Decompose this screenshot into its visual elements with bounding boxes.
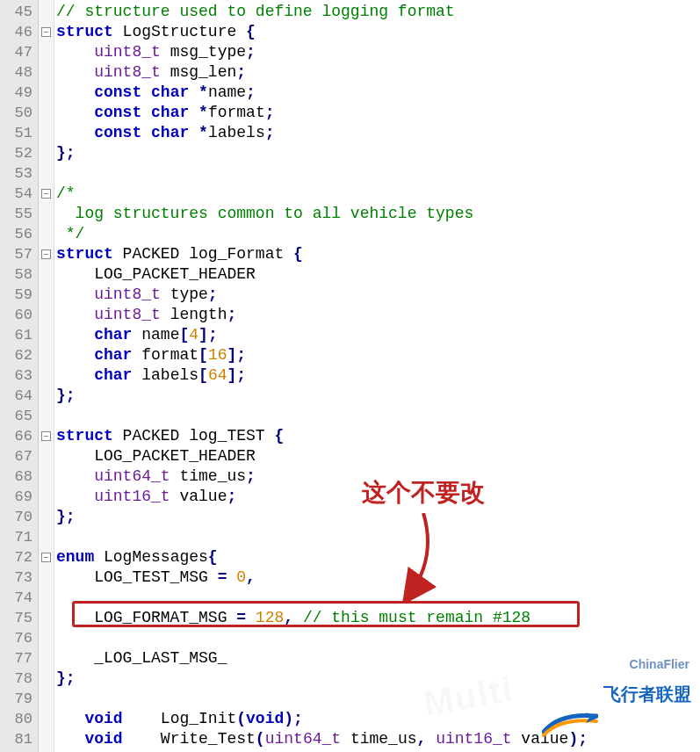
- line-number: 69: [0, 487, 38, 507]
- code-line[interactable]: };: [56, 386, 700, 406]
- code-line[interactable]: char labels[64];: [56, 365, 700, 386]
- code-line[interactable]: uint64_t time_us;: [56, 466, 700, 487]
- code-line[interactable]: uint8_t length;: [56, 305, 700, 325]
- fold-toggle-icon[interactable]: [41, 553, 51, 562]
- fold-slot: [39, 204, 54, 224]
- code-line[interactable]: [56, 689, 700, 709]
- fold-toggle-icon[interactable]: [41, 431, 51, 441]
- fold-slot: [39, 608, 54, 628]
- line-number: 76: [0, 628, 38, 648]
- fold-slot: [39, 365, 54, 386]
- code-line[interactable]: };: [56, 507, 700, 527]
- code-line[interactable]: LOG_PACKET_HEADER: [56, 264, 700, 285]
- code-line[interactable]: /*: [56, 184, 700, 204]
- fold-slot: [39, 709, 54, 729]
- fold-slot: [39, 527, 54, 547]
- line-number: 66: [0, 426, 38, 446]
- fold-slot: [39, 648, 54, 669]
- code-line[interactable]: LOG_FORMAT_MSG = 128, // this must remai…: [56, 608, 700, 628]
- code-line[interactable]: };: [56, 143, 700, 163]
- line-number: 56: [0, 224, 38, 244]
- line-number: 47: [0, 42, 38, 62]
- code-line[interactable]: void Write_Test(uint64_t time_us, uint16…: [56, 729, 700, 749]
- line-number: 71: [0, 527, 38, 547]
- line-number: 58: [0, 264, 38, 285]
- code-line[interactable]: log structures common to all vehicle typ…: [56, 204, 700, 224]
- fold-slot: [39, 588, 54, 608]
- code-line[interactable]: [56, 628, 700, 648]
- fold-slot: [39, 568, 54, 588]
- line-number: 80: [0, 709, 38, 729]
- fold-slot: [39, 689, 54, 709]
- line-number: 70: [0, 507, 38, 527]
- fold-slot: [39, 224, 54, 244]
- code-line[interactable]: struct PACKED log_Format {: [56, 244, 700, 264]
- fold-slot: [39, 487, 54, 507]
- fold-slot: [39, 426, 54, 446]
- fold-slot: [39, 285, 54, 305]
- line-number: 54: [0, 184, 38, 204]
- code-area[interactable]: // structure used to define logging form…: [54, 0, 700, 752]
- fold-slot: [39, 42, 54, 62]
- fold-toggle-icon[interactable]: [41, 27, 51, 37]
- line-number: 49: [0, 83, 38, 103]
- fold-slot: [39, 406, 54, 426]
- code-line[interactable]: struct LogStructure {: [56, 22, 700, 42]
- fold-slot: [39, 446, 54, 466]
- code-line[interactable]: */: [56, 224, 700, 244]
- line-number: 51: [0, 123, 38, 143]
- line-number: 81: [0, 729, 38, 749]
- code-line[interactable]: };: [56, 669, 700, 689]
- code-line[interactable]: uint8_t msg_len;: [56, 62, 700, 83]
- code-line[interactable]: LOG_TEST_MSG = 0,: [56, 568, 700, 588]
- line-number: 64: [0, 386, 38, 406]
- line-number: 46: [0, 22, 38, 42]
- fold-slot: [39, 22, 54, 42]
- line-number: 73: [0, 568, 38, 588]
- line-number: 68: [0, 466, 38, 487]
- fold-slot: [39, 123, 54, 143]
- code-line[interactable]: struct PACKED log_TEST {: [56, 426, 700, 446]
- line-number: 59: [0, 285, 38, 305]
- line-number: 53: [0, 163, 38, 184]
- code-line[interactable]: char format[16];: [56, 345, 700, 365]
- line-number-gutter: 4546474849505152535455565758596061626364…: [0, 0, 39, 752]
- code-line[interactable]: [56, 163, 700, 184]
- fold-slot: [39, 386, 54, 406]
- code-line[interactable]: uint16_t value;: [56, 487, 700, 507]
- code-line[interactable]: const char *name;: [56, 83, 700, 103]
- fold-slot: [39, 547, 54, 568]
- line-number: 63: [0, 365, 38, 386]
- line-number: 45: [0, 2, 38, 22]
- code-line[interactable]: [56, 588, 700, 608]
- code-line[interactable]: enum LogMessages{: [56, 547, 700, 568]
- code-line[interactable]: const char *labels;: [56, 123, 700, 143]
- code-line[interactable]: char name[4];: [56, 325, 700, 345]
- code-line[interactable]: const char *format;: [56, 103, 700, 123]
- code-line[interactable]: [56, 406, 700, 426]
- fold-column: [39, 0, 54, 752]
- code-line[interactable]: uint8_t type;: [56, 285, 700, 305]
- fold-slot: [39, 345, 54, 365]
- line-number: 74: [0, 588, 38, 608]
- fold-slot: [39, 628, 54, 648]
- fold-slot: [39, 507, 54, 527]
- code-line[interactable]: // structure used to define logging form…: [56, 2, 700, 22]
- line-number: 79: [0, 689, 38, 709]
- fold-slot: [39, 325, 54, 345]
- fold-slot: [39, 62, 54, 83]
- line-number: 65: [0, 406, 38, 426]
- fold-slot: [39, 103, 54, 123]
- line-number: 62: [0, 345, 38, 365]
- line-number: 67: [0, 446, 38, 466]
- code-line[interactable]: [56, 527, 700, 547]
- code-line[interactable]: void Log_Init(void);: [56, 709, 700, 729]
- code-line[interactable]: uint8_t msg_type;: [56, 42, 700, 62]
- line-number: 60: [0, 305, 38, 325]
- code-line[interactable]: _LOG_LAST_MSG_: [56, 648, 700, 669]
- fold-toggle-icon[interactable]: [41, 189, 51, 199]
- fold-toggle-icon[interactable]: [41, 249, 51, 259]
- line-number: 75: [0, 608, 38, 628]
- fold-slot: [39, 163, 54, 184]
- code-line[interactable]: LOG_PACKET_HEADER: [56, 446, 700, 466]
